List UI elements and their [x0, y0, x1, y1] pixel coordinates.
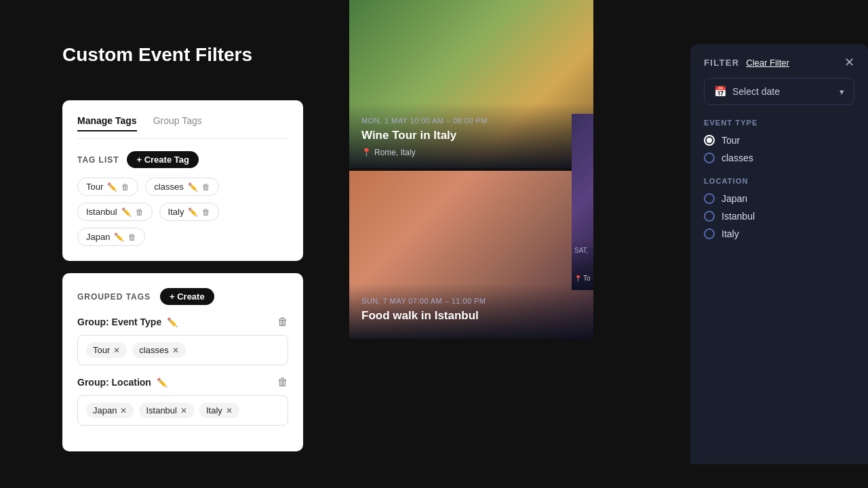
group-tag-italy-label: Italy — [206, 405, 222, 415]
remove-group-tag-italy-button[interactable]: ✕ — [226, 406, 233, 415]
event-meta-wine-tour: MON, 1 MAY 10:00 AM – 08:00 PM — [361, 117, 581, 125]
location-pin-icon: 📍 — [361, 148, 372, 157]
tag-name-istanbul: Istanbul — [86, 207, 117, 217]
edit-tag-japan-button[interactable]: ✏️ — [114, 232, 124, 242]
chevron-down-icon: ▾ — [840, 87, 844, 97]
remove-group-tag-tour-button[interactable]: ✕ — [113, 346, 120, 355]
partial-event-location: 📍 To — [574, 274, 591, 282]
left-panel: Manage Tags Group Tags TAG LIST + Create… — [62, 100, 303, 451]
edit-tag-classes-button[interactable]: ✏️ — [188, 182, 198, 192]
grouped-tags-label: GROUPED TAGS — [77, 292, 151, 302]
tab-group-tags[interactable]: Group Tags — [153, 115, 202, 131]
radio-location-italy[interactable]: Italy — [704, 228, 854, 239]
delete-group-event-type-button[interactable]: 🗑 — [277, 316, 288, 328]
group-location-label: Group: Location — [77, 377, 151, 388]
edit-group-event-type-icon[interactable]: ✏️ — [167, 317, 178, 327]
tag-list-label: TAG LIST — [77, 155, 119, 165]
grouped-tags-header: GROUPED TAGS + Create — [77, 288, 288, 305]
tag-name-italy: Italy — [168, 207, 184, 217]
calendar-icon: 📅 — [714, 85, 727, 98]
edit-group-location-icon[interactable]: ✏️ — [157, 378, 167, 388]
partial-event-meta: SAT, — [574, 247, 591, 254]
group-location-header: Group: Location ✏️ 🗑 — [77, 376, 288, 388]
event-card-food-walk[interactable]: SUN, 7 MAY 07:00 AM – 11:00 PM Food walk… — [349, 171, 593, 339]
events-panel: MON, 1 MAY 10:00 AM – 08:00 PM Wine Tour… — [349, 0, 593, 488]
event-title-wine-tour: Wine Tour in Italy — [361, 129, 581, 142]
radio-location-istanbul[interactable]: Istanbul — [704, 211, 854, 222]
radio-event-type-classes[interactable]: classes — [704, 152, 854, 163]
radio-label-tour: Tour — [722, 135, 740, 146]
radio-circle-classes — [704, 152, 715, 163]
event-title-food-walk: Food walk in Istanbul — [361, 309, 581, 323]
select-date-row[interactable]: 📅 Select date ▾ — [704, 78, 854, 105]
event-location-wine-tour: 📍 Rome, Italy — [361, 148, 581, 157]
tag-name-tour: Tour — [86, 182, 103, 192]
radio-label-italy: Italy — [722, 228, 739, 239]
tag-name-classes: classes — [154, 182, 183, 192]
edit-tag-istanbul-button[interactable]: ✏️ — [121, 207, 132, 217]
filter-location-label: LOCATION — [704, 177, 854, 185]
tag-chip-italy: Italy ✏️ 🗑 — [159, 203, 220, 221]
group-tag-istanbul: Istanbul ✕ — [139, 403, 194, 418]
filter-panel: FILTER Clear Filter ✕ 📅 Select date ▾ EV… — [690, 44, 868, 464]
radio-circle-japan — [704, 193, 715, 204]
filter-event-type-section: EVENT TYPE Tour classes — [704, 119, 854, 163]
group-event-type-title: Group: Event Type ✏️ — [77, 317, 178, 327]
tag-name-japan: Japan — [86, 232, 110, 242]
filter-header: FILTER Clear Filter ✕ — [704, 56, 854, 68]
tag-chip-classes: classes ✏️ 🗑 — [145, 178, 218, 196]
delete-tag-japan-button[interactable]: 🗑 — [128, 232, 136, 242]
group-tag-classes-label: classes — [139, 345, 168, 355]
group-tag-italy: Italy ✕ — [199, 403, 239, 418]
close-filter-button[interactable]: ✕ — [844, 56, 854, 68]
group-event-type-tags: Tour ✕ classes ✕ — [77, 335, 288, 365]
remove-group-tag-istanbul-button[interactable]: ✕ — [180, 406, 187, 415]
select-date-inner: 📅 Select date — [714, 85, 780, 98]
group-tag-tour-label: Tour — [93, 345, 110, 355]
event-overlay-wine-tour: MON, 1 MAY 10:00 AM – 08:00 PM Wine Tour… — [349, 103, 593, 168]
filter-title-row: FILTER Clear Filter — [704, 58, 789, 68]
delete-tag-tour-button[interactable]: 🗑 — [121, 182, 130, 192]
grouped-tags-card: GROUPED TAGS + Create Group: Event Type … — [62, 273, 303, 451]
group-event-type: Group: Event Type ✏️ 🗑 Tour ✕ classes ✕ — [77, 316, 288, 365]
event-card-wine-tour[interactable]: MON, 1 MAY 10:00 AM – 08:00 PM Wine Tour… — [349, 0, 593, 168]
tag-chip-tour: Tour ✏️ 🗑 — [77, 178, 138, 196]
radio-location-japan[interactable]: Japan — [704, 193, 854, 204]
delete-tag-istanbul-button[interactable]: 🗑 — [136, 207, 144, 217]
edit-tag-tour-button[interactable]: ✏️ — [107, 182, 117, 192]
page-title: Custom Event Filters — [62, 44, 252, 66]
delete-tag-italy-button[interactable]: 🗑 — [202, 207, 210, 217]
delete-group-location-button[interactable]: 🗑 — [277, 376, 288, 388]
group-tag-tour: Tour ✕ — [86, 342, 127, 358]
radio-label-classes: classes — [722, 152, 753, 163]
remove-group-tag-japan-button[interactable]: ✕ — [120, 406, 127, 415]
clear-filter-button[interactable]: Clear Filter — [746, 58, 789, 68]
tag-list-header: TAG LIST + Create Tag — [77, 151, 288, 168]
group-event-type-header: Group: Event Type ✏️ 🗑 — [77, 316, 288, 328]
create-group-button[interactable]: + Create — [160, 288, 214, 305]
tabs: Manage Tags Group Tags — [77, 115, 288, 139]
delete-tag-classes-button[interactable]: 🗑 — [202, 182, 210, 192]
partial-event-card: SAT, 📍 To — [572, 114, 593, 290]
tags-grid: Tour ✏️ 🗑 classes ✏️ 🗑 Istanbul ✏️ 🗑 Ita… — [77, 178, 288, 246]
tab-manage-tags[interactable]: Manage Tags — [77, 115, 137, 131]
group-location-title: Group: Location ✏️ — [77, 377, 167, 388]
radio-label-japan: Japan — [722, 193, 747, 204]
radio-label-istanbul: Istanbul — [722, 211, 755, 222]
filter-location-section: LOCATION Japan Istanbul Italy — [704, 177, 854, 239]
filter-event-type-label: EVENT TYPE — [704, 119, 854, 127]
edit-tag-italy-button[interactable]: ✏️ — [188, 207, 198, 217]
remove-group-tag-classes-button[interactable]: ✕ — [172, 346, 179, 355]
select-date-label: Select date — [732, 86, 780, 97]
event-meta-food-walk: SUN, 7 MAY 07:00 AM – 11:00 PM — [361, 297, 581, 305]
event-overlay-food-walk: SUN, 7 MAY 07:00 AM – 11:00 PM Food walk… — [349, 283, 593, 339]
group-location-tags: Japan ✕ Istanbul ✕ Italy ✕ — [77, 395, 288, 426]
radio-circle-tour — [704, 135, 715, 146]
group-event-type-label: Group: Event Type — [77, 317, 161, 327]
radio-circle-italy — [704, 228, 715, 239]
manage-tags-card: Manage Tags Group Tags TAG LIST + Create… — [62, 100, 303, 261]
create-tag-button[interactable]: + Create Tag — [127, 151, 198, 168]
radio-event-type-tour[interactable]: Tour — [704, 135, 854, 146]
group-location: Group: Location ✏️ 🗑 Japan ✕ Istanbul ✕ … — [77, 376, 288, 426]
group-tag-japan: Japan ✕ — [86, 403, 134, 418]
